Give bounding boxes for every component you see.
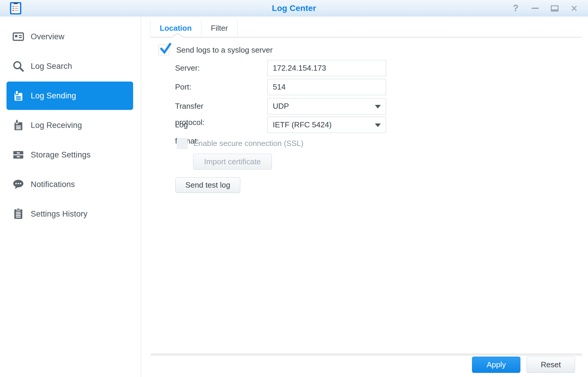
sidebar-item-label: Settings History xyxy=(31,209,87,219)
maximize-icon[interactable] xyxy=(551,4,558,13)
log-format-label: Log format: xyxy=(175,117,199,133)
send-logs-checkbox-label: Send logs to a syslog server xyxy=(176,46,273,55)
storage-drawer-icon xyxy=(12,148,25,161)
close-icon[interactable]: ✕ xyxy=(570,4,578,13)
sidebar-item-label: Log Sending xyxy=(31,91,76,100)
log-format-select[interactable]: IETF (RFC 5424) xyxy=(267,117,386,133)
titlebar: Log Center ? ✕ xyxy=(0,0,588,17)
tab-bar: Location Filter xyxy=(150,20,238,37)
footer-divider xyxy=(151,353,582,355)
transfer-protocol-label: Transfer protocol: xyxy=(175,98,205,114)
sidebar-item-storage-settings[interactable]: Storage Settings xyxy=(6,141,133,169)
sidebar-item-settings-history[interactable]: Settings History xyxy=(6,200,133,228)
port-label: Port: xyxy=(175,79,191,95)
clipboard-icon xyxy=(12,207,25,220)
tab-divider xyxy=(150,37,582,38)
sidebar: Overview Log Search Log Sending xyxy=(0,17,141,377)
reset-button[interactable]: Reset xyxy=(527,357,575,373)
ssl-checkbox-row: Enable secure connection (SSL) xyxy=(177,138,303,149)
window-controls: ? ✕ xyxy=(512,0,578,17)
transfer-protocol-value: UDP xyxy=(273,98,289,114)
ssl-checkbox xyxy=(177,138,187,149)
window-title: Log Center xyxy=(0,0,588,17)
sidebar-item-label: Notifications xyxy=(31,180,75,189)
sidebar-item-overview[interactable]: Overview xyxy=(6,22,133,51)
log-format-value: IETF (RFC 5424) xyxy=(273,117,331,133)
sidebar-item-label: Storage Settings xyxy=(31,150,91,160)
port-input[interactable] xyxy=(267,79,386,95)
send-test-log-button[interactable]: Send test log xyxy=(175,177,240,193)
sidebar-item-label: Overview xyxy=(31,32,64,41)
send-logs-checkbox[interactable] xyxy=(159,45,169,55)
sidebar-item-log-sending[interactable]: Log Sending xyxy=(6,82,133,110)
server-label: Server: xyxy=(175,60,200,76)
import-certificate-button: Import certificate xyxy=(193,154,272,170)
ssl-checkbox-label: Enable secure connection (SSL) xyxy=(193,139,303,148)
sidebar-item-label: Log Search xyxy=(31,62,72,71)
apply-button[interactable]: Apply xyxy=(472,357,520,373)
id-card-icon xyxy=(12,30,25,43)
send-logs-checkbox-row: Send logs to a syslog server xyxy=(159,45,273,55)
transfer-protocol-select[interactable]: UDP xyxy=(267,98,386,114)
checkmark-icon xyxy=(159,42,172,55)
active-tab-pointer xyxy=(171,33,184,38)
server-input[interactable] xyxy=(267,60,386,76)
minimize-icon[interactable] xyxy=(531,4,539,13)
chevron-down-icon xyxy=(375,124,381,127)
chevron-down-icon xyxy=(375,105,381,108)
sidebar-item-log-search[interactable]: Log Search xyxy=(6,52,133,80)
help-icon[interactable]: ? xyxy=(512,4,520,13)
speech-bubble-icon xyxy=(12,178,25,191)
log-sending-icon xyxy=(12,89,25,102)
sidebar-item-log-receiving[interactable]: Log Receiving xyxy=(6,111,133,139)
search-icon xyxy=(12,60,25,73)
log-sending-panel: Location Filter Send logs to a syslog se… xyxy=(141,17,588,377)
tab-filter[interactable]: Filter xyxy=(201,20,238,37)
log-receiving-icon xyxy=(12,119,25,132)
sidebar-item-notifications[interactable]: Notifications xyxy=(6,170,133,199)
sidebar-item-label: Log Receiving xyxy=(31,121,82,130)
log-center-window: Log Center ? ✕ Overview Log Search xyxy=(0,0,588,377)
